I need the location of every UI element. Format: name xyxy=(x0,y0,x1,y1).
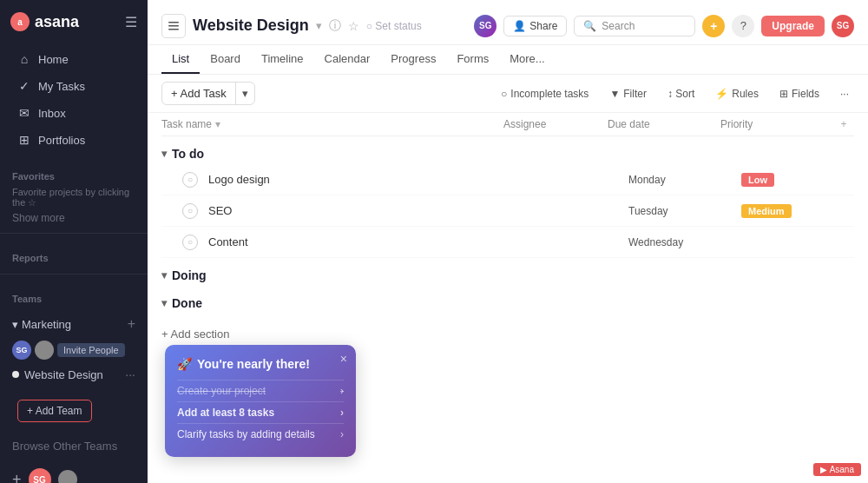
team-section: ▾ Marketing + SG Invite People Website D… xyxy=(0,308,148,389)
tabs: List Board Timeline Calendar Progress Fo… xyxy=(148,45,868,75)
fields-btn[interactable]: ⊞ Fields xyxy=(774,85,825,103)
sidebar-nav: ⌂ Home ✓ My Tasks ✉ Inbox ⊞ Portfolios xyxy=(0,40,148,159)
search-box[interactable]: 🔍 Search xyxy=(574,16,695,36)
check-icon: ✓ xyxy=(17,79,31,93)
filter-btn[interactable]: ▼ Filter xyxy=(604,85,652,103)
add-team-container: + Add Team xyxy=(9,394,139,427)
avatar-2 xyxy=(35,341,54,360)
team-header[interactable]: ▾ Marketing + xyxy=(0,311,148,337)
topbar-right: SG 👤 Share 🔍 Search + ? Upgrade SG xyxy=(474,15,854,37)
task-name-3[interactable]: Content xyxy=(205,235,524,248)
team-add-icon[interactable]: + xyxy=(128,316,135,332)
section-name-to-do: To do xyxy=(172,147,204,161)
col-sort-icon: ▾ xyxy=(215,118,220,130)
task-name-2[interactable]: SEO xyxy=(205,204,524,217)
column-headers: Task name ▾ Assignee Due date Priority + xyxy=(161,113,854,136)
bottom-user-avatar[interactable]: SG xyxy=(29,468,51,483)
col-task-name: Task name ▾ xyxy=(161,118,503,130)
share-icon: 👤 xyxy=(513,20,526,32)
priority-badge-2: Medium xyxy=(741,204,792,218)
onboarding-step-3[interactable]: Clarify tasks by adding details › xyxy=(177,423,344,445)
section-header-doing[interactable]: ▾ Doing xyxy=(161,261,854,286)
help-button[interactable]: ? xyxy=(732,15,754,37)
col-add-icon[interactable]: + xyxy=(833,118,854,130)
search-icon: 🔍 xyxy=(583,20,596,32)
sidebar-item-my-tasks[interactable]: ✓ My Tasks xyxy=(5,73,142,99)
tab-timeline[interactable]: Timeline xyxy=(251,45,314,74)
upgrade-button[interactable]: Upgrade xyxy=(761,16,825,36)
task-row: ○ Content Wednesday xyxy=(161,227,854,258)
sidebar-plus-icon[interactable]: + xyxy=(12,471,22,484)
col-priority: Priority xyxy=(720,118,833,130)
tab-progress[interactable]: Progress xyxy=(380,45,446,74)
svg-rect-1 xyxy=(168,25,179,27)
title-dropdown-icon[interactable]: ▾ xyxy=(316,19,322,32)
onboarding-step-2[interactable]: Add at least 8 tasks › xyxy=(177,401,344,423)
task-row: ○ Logo design Monday Low xyxy=(161,164,854,195)
tab-forms[interactable]: Forms xyxy=(446,45,499,74)
tab-board[interactable]: Board xyxy=(200,45,251,74)
add-task-main[interactable]: + Add Task xyxy=(162,83,236,104)
add-section-label: + Add section xyxy=(161,328,229,341)
project-more-icon[interactable]: ··· xyxy=(125,367,135,381)
toolbar: + Add Task ▾ ○ Incomplete tasks ▼ Filter… xyxy=(148,75,868,113)
set-status-btn[interactable]: ○ Set status xyxy=(366,20,422,32)
show-more[interactable]: Show more xyxy=(0,210,148,226)
add-task-dropdown[interactable]: ▾ xyxy=(236,83,254,104)
sort-btn[interactable]: ↕ Sort xyxy=(662,85,700,103)
sidebar-item-home[interactable]: ⌂ Home xyxy=(5,46,142,72)
sidebar-item-inbox[interactable]: ✉ Inbox xyxy=(5,100,142,126)
star-icon[interactable]: ☆ xyxy=(348,19,359,33)
step2-chevron: › xyxy=(340,407,344,419)
add-icon-button[interactable]: + xyxy=(702,15,725,37)
task-checkbox-2[interactable]: ○ xyxy=(182,203,198,219)
section-chevron-doing: ▾ xyxy=(161,269,167,281)
tab-calendar[interactable]: Calendar xyxy=(314,45,381,74)
project-icon-btn[interactable] xyxy=(161,14,186,38)
incomplete-tasks-btn[interactable]: ○ Incomplete tasks xyxy=(496,85,594,103)
section-name-done: Done xyxy=(172,296,202,310)
task-due-1: Monday xyxy=(628,174,741,186)
rules-icon: ⚡ xyxy=(715,88,728,100)
inbox-icon: ✉ xyxy=(17,106,31,120)
step1-chevron: › xyxy=(340,385,344,397)
tab-more[interactable]: More... xyxy=(499,45,555,74)
onboarding-close-btn[interactable]: × xyxy=(340,352,347,366)
avatar-sg: SG xyxy=(12,341,31,360)
task-checkbox-3[interactable]: ○ xyxy=(182,235,198,250)
add-task-button[interactable]: + Add Task ▾ xyxy=(161,82,255,105)
task-name-1[interactable]: Logo design xyxy=(205,173,524,186)
nav-label-home: Home xyxy=(38,53,69,66)
project-item-website-design[interactable]: Website Design ··· xyxy=(0,363,148,386)
asana-recorder[interactable]: ▶ Asana xyxy=(813,463,861,476)
team-name: ▾ Marketing xyxy=(12,318,71,331)
logo-text: asana xyxy=(35,13,79,31)
nav-label-inbox: Inbox xyxy=(38,107,66,120)
share-button[interactable]: 👤 Share xyxy=(503,16,567,36)
user-menu-avatar[interactable]: SG xyxy=(832,15,854,37)
task-checkbox-1[interactable]: ○ xyxy=(182,172,198,188)
tab-list[interactable]: List xyxy=(161,45,200,74)
rules-btn[interactable]: ⚡ Rules xyxy=(710,85,764,103)
add-team-button[interactable]: + Add Team xyxy=(17,400,92,422)
favorites-label: Favorites xyxy=(0,159,148,185)
incomplete-tasks-icon: ○ xyxy=(501,88,507,100)
section-header-to-do[interactable]: ▾ To do xyxy=(161,140,854,164)
onboarding-speed-icon: 🚀 xyxy=(177,357,192,371)
task-priority-1: Low xyxy=(741,173,854,187)
favorites-desc: Favorite projects by clicking the ☆ xyxy=(0,185,148,210)
sidebar-item-portfolios[interactable]: ⊞ Portfolios xyxy=(5,127,142,153)
nav-label-portfolios: Portfolios xyxy=(38,134,85,147)
info-icon[interactable]: ⓘ xyxy=(329,18,341,34)
sidebar: a asana ☰ ⌂ Home ✓ My Tasks ✉ Inbox ⊞ Po… xyxy=(0,0,148,483)
invite-people-button[interactable]: Invite People xyxy=(57,343,125,357)
hamburger-icon[interactable]: ☰ xyxy=(125,14,137,30)
browse-other-teams[interactable]: Browse Other Teams xyxy=(0,433,148,460)
toolbar-left: + Add Task ▾ xyxy=(161,82,255,105)
section-header-done[interactable]: ▾ Done xyxy=(161,289,854,314)
more-options-btn[interactable]: ··· xyxy=(835,85,854,103)
onboarding-step-1[interactable]: Create your project › xyxy=(177,380,344,401)
sidebar-bottom: + SG xyxy=(0,460,148,483)
asana-logo-icon: a xyxy=(10,12,30,31)
home-icon: ⌂ xyxy=(17,52,31,66)
